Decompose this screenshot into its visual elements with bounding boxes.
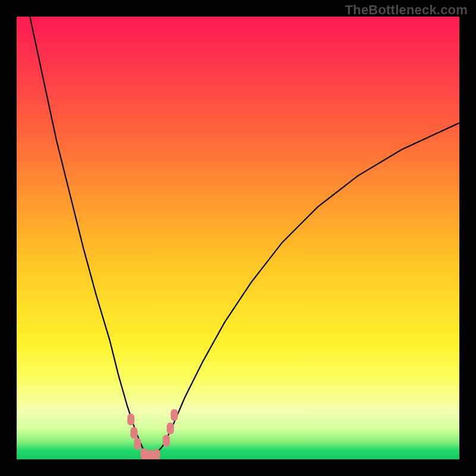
- chart-frame: TheBottleneck.com: [0, 0, 476, 476]
- curve-marker: [171, 409, 178, 421]
- watermark-text: TheBottleneck.com: [345, 2, 468, 18]
- curve-marker: [153, 449, 160, 459]
- curve-path: [30, 17, 459, 456]
- curve-marker: [163, 435, 170, 447]
- curve-marker: [140, 448, 148, 459]
- curve-marker: [134, 438, 141, 450]
- bottleneck-curve: [17, 17, 459, 459]
- curve-marker: [167, 422, 174, 434]
- curve-marker: [147, 450, 154, 459]
- curve-marker: [130, 427, 137, 439]
- curve-marker: [127, 414, 134, 425]
- plot-area: [17, 17, 459, 459]
- curve-markers: [127, 409, 178, 459]
